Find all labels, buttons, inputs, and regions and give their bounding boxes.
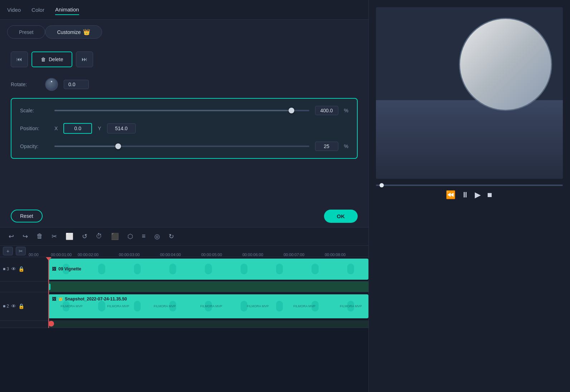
timeline-delete-icon[interactable]: 🗑 bbox=[35, 231, 44, 241]
track-number-2: ■ 2 bbox=[3, 304, 9, 309]
ruler-mark-4: 00:00:04:00 bbox=[160, 253, 201, 257]
fill-icon[interactable]: ⬛ bbox=[110, 231, 120, 242]
pause-play-button[interactable]: ⏸ bbox=[461, 190, 469, 200]
ruler-mark-3: 00:00:03:00 bbox=[119, 253, 160, 257]
table-row bbox=[0, 281, 368, 292]
mvp-stamp: FILMORA MVP bbox=[235, 304, 281, 308]
track-3-content[interactable]: 🖼 09 Vignette bbox=[48, 259, 368, 280]
scale-unit: % bbox=[344, 108, 348, 113]
shape-icon[interactable]: ⬡ bbox=[126, 231, 135, 242]
track-bump bbox=[311, 264, 318, 274]
tab-animation[interactable]: Animation bbox=[55, 5, 79, 15]
ruler-mark-1: 00:00:01:00 bbox=[37, 253, 78, 257]
track-3-eye-icon[interactable]: 👁 bbox=[11, 266, 16, 272]
track-3-controls: ■ 3 👁 🔒 bbox=[0, 257, 48, 281]
reset-button[interactable]: Reset bbox=[11, 210, 43, 222]
position-x-input[interactable]: 0.0 bbox=[63, 123, 92, 134]
delete-button[interactable]: 🗑 Delete bbox=[32, 52, 72, 67]
add-icon: + bbox=[6, 248, 9, 254]
highlight-box: Scale: 400.0 % Position: X 0.0 Y 514.0 bbox=[11, 98, 358, 159]
position-y-input[interactable]: 514.0 bbox=[107, 123, 136, 133]
rotate-timeline-icon[interactable]: ↺ bbox=[81, 231, 89, 242]
opacity-unit: % bbox=[344, 143, 348, 149]
track-bump bbox=[98, 264, 105, 274]
track-bottom-content bbox=[48, 321, 368, 328]
adjust-icon[interactable]: ≡ bbox=[140, 231, 147, 241]
mvp-stamp: FILMORA MVP bbox=[328, 304, 368, 308]
ok-button[interactable]: OK bbox=[324, 210, 358, 223]
timer-icon[interactable]: ⏱ bbox=[95, 231, 104, 241]
crop-icon[interactable]: ⬜ bbox=[64, 231, 75, 242]
opacity-row: Opacity: 25 % bbox=[20, 142, 348, 151]
redo-icon[interactable]: ↪ bbox=[21, 231, 29, 242]
rewind-button[interactable]: ⏪ bbox=[446, 190, 455, 200]
track-sub-content[interactable] bbox=[48, 281, 368, 292]
preview-background bbox=[376, 100, 563, 179]
first-frame-button[interactable]: ⏮ bbox=[11, 52, 28, 67]
position-row: Position: X 0.0 Y 514.0 bbox=[20, 123, 348, 134]
opacity-label: Opacity: bbox=[20, 143, 49, 149]
progress-bar-area bbox=[376, 185, 563, 186]
scale-slider-fill bbox=[54, 110, 291, 111]
mvp-stamp: FILMORA MVP bbox=[95, 304, 141, 308]
scissors-icon: ✂ bbox=[19, 248, 23, 254]
toggle-bar: Preset Customize 👑 bbox=[0, 20, 368, 44]
track-3-img-icon: 🖼 bbox=[52, 266, 56, 271]
track-2-controls: ■ 2 👁 🔒 bbox=[0, 292, 48, 320]
stop-button[interactable]: ⏹ bbox=[487, 191, 493, 199]
scale-value[interactable]: 400.0 bbox=[315, 106, 338, 115]
table-row: ■ 3 👁 🔒 bbox=[0, 257, 368, 281]
scale-slider-thumb[interactable] bbox=[289, 108, 294, 113]
timeline-area: + ✂ 00:00 00:00:01:00 00:00:02:00 00:00:… bbox=[0, 246, 368, 392]
scissors-button[interactable]: ✂ bbox=[16, 247, 26, 255]
progress-thumb[interactable] bbox=[380, 183, 384, 187]
position-label: Position: bbox=[20, 126, 49, 131]
scale-slider[interactable] bbox=[54, 110, 309, 111]
x-axis-label: X bbox=[54, 126, 58, 131]
progress-track[interactable] bbox=[376, 185, 563, 186]
timeline-toolbar: ↩ ↪ 🗑 ✂ ⬜ ↺ ⏱ ⬛ ⬡ ≡ ◎ ↻ bbox=[0, 227, 368, 246]
preview-circle bbox=[459, 18, 552, 111]
preset-button[interactable]: Preset bbox=[7, 25, 45, 39]
scale-row: Scale: 400.0 % bbox=[20, 106, 348, 115]
opacity-slider[interactable] bbox=[54, 146, 309, 147]
mvp-stamp: FILMORA MVP bbox=[188, 304, 235, 308]
track-3-label: 🖼 09 Vignette bbox=[52, 266, 81, 271]
timeline-tracks: ■ 3 👁 🔒 bbox=[0, 257, 368, 328]
tab-color[interactable]: Color bbox=[32, 5, 44, 15]
cut-icon[interactable]: ✂ bbox=[50, 231, 58, 242]
track-bump bbox=[134, 264, 141, 274]
audio-icon[interactable]: ◎ bbox=[153, 231, 161, 242]
ruler-mark-7: 00:00:07:00 bbox=[284, 253, 325, 257]
tab-video[interactable]: Video bbox=[7, 5, 21, 15]
playhead[interactable] bbox=[48, 257, 49, 328]
play-button[interactable]: ▶ bbox=[475, 190, 481, 200]
track-bump bbox=[169, 264, 176, 274]
undo-icon[interactable]: ↩ bbox=[7, 231, 15, 242]
customize-button[interactable]: Customize 👑 bbox=[45, 25, 102, 39]
track-2-content[interactable]: 🖼 👑 Snapshot_2022-07-24-11.35.50 FILMORA… bbox=[48, 294, 368, 318]
panel-content: ⏮ 🗑 Delete ⏭ Rotate: 0.0 S bbox=[0, 44, 368, 205]
timeline-header: + ✂ 00:00 00:00:01:00 00:00:02:00 00:00:… bbox=[0, 246, 368, 257]
track-2-eye-icon[interactable]: 👁 bbox=[11, 303, 16, 309]
refresh-icon[interactable]: ↻ bbox=[167, 231, 175, 242]
preview-area bbox=[376, 7, 563, 179]
last-frame-icon: ⏭ bbox=[82, 56, 87, 63]
ruler-mark-6: 00:00:06:00 bbox=[242, 253, 284, 257]
playback-controls: ⏪ ⏸ ▶ ⏹ bbox=[446, 190, 493, 200]
tab-bar: Video Color Animation bbox=[0, 0, 368, 20]
opacity-slider-fill bbox=[54, 146, 118, 147]
opacity-value[interactable]: 25 bbox=[315, 142, 338, 151]
rotate-value[interactable]: 0.0 bbox=[64, 80, 89, 89]
track-3-lock-icon[interactable]: 🔒 bbox=[18, 266, 24, 272]
add-track-button[interactable]: + bbox=[3, 247, 13, 255]
track-2-label: 🖼 👑 Snapshot_2022-07-24-11.35.50 bbox=[52, 297, 127, 302]
opacity-slider-thumb[interactable] bbox=[115, 143, 121, 149]
rotate-knob[interactable] bbox=[45, 78, 58, 91]
track-2-mvp-watermarks: FILMORA MVP FILMORA MVP FILMORA MVP FILM… bbox=[48, 304, 368, 308]
track-2-lock-icon[interactable]: 🔒 bbox=[18, 303, 24, 309]
track-bump bbox=[205, 264, 212, 274]
last-frame-button[interactable]: ⏭ bbox=[76, 52, 93, 67]
track-bump bbox=[276, 264, 283, 274]
orange-marker[interactable] bbox=[48, 321, 54, 327]
